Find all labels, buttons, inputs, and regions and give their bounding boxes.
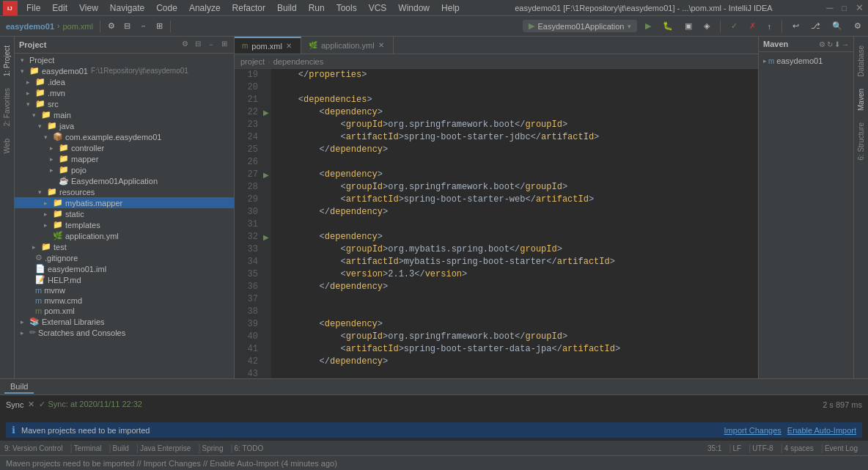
tree-resources[interactable]: ▾ 📁 resources: [15, 186, 234, 197]
yml-tab-close[interactable]: ✕: [378, 41, 384, 49]
menu-view[interactable]: View: [73, 1, 104, 15]
code-content[interactable]: </properties> <dependencies> <dependency…: [271, 69, 758, 378]
git-btn[interactable]: ⎇: [807, 20, 824, 32]
menu-run[interactable]: Run: [303, 1, 331, 15]
tree-java[interactable]: ▾ 📁 java: [15, 120, 234, 131]
tab-maven[interactable]: Maven: [855, 83, 867, 117]
status-todo[interactable]: 6: TODO: [235, 444, 264, 452]
status-terminal[interactable]: Terminal: [74, 444, 102, 452]
tab-project[interactable]: 1: Project: [1, 40, 13, 82]
tree-package[interactable]: ▾ 📦 com.example.easydemo01: [15, 131, 234, 142]
tree-app-class[interactable]: ☕ Easydemo01Application: [15, 175, 234, 186]
menu-refactor[interactable]: Refactor: [227, 1, 271, 15]
maven-sync-btn[interactable]: ↻: [827, 40, 833, 48]
breadcrumb-project[interactable]: project: [240, 57, 265, 66]
expand-btn[interactable]: ⊞: [152, 20, 166, 32]
maven-gear-btn[interactable]: ⚙: [819, 40, 825, 48]
proj-minus-btn[interactable]: －: [205, 39, 217, 51]
vcs-x[interactable]: ✗: [746, 20, 760, 32]
tree-controller[interactable]: ▸ 📁 controller: [15, 142, 234, 153]
tree-static[interactable]: ▸ 📁 static: [15, 208, 234, 219]
minus-btn[interactable]: －: [136, 19, 151, 33]
menu-navigate[interactable]: Navigate: [104, 1, 150, 15]
event-log-btn[interactable]: Event Log: [825, 444, 858, 452]
tree-scratches[interactable]: ▸ ✏ Scratches and Consoles: [15, 327, 234, 338]
tab-web[interactable]: Web: [1, 133, 13, 159]
debug-btn[interactable]: 🐛: [659, 20, 677, 32]
run-config-selector[interactable]: ▶ Easydemo01Application ▾: [523, 20, 636, 32]
undo-btn[interactable]: ↩: [789, 20, 803, 32]
status-encoding[interactable]: UTF-8: [752, 444, 773, 452]
proj-split-btn[interactable]: ⊟: [193, 39, 203, 51]
pom-tab-close[interactable]: ✕: [286, 42, 292, 50]
profile-btn[interactable]: ◈: [700, 20, 713, 32]
menu-tools[interactable]: Tools: [331, 1, 363, 15]
maximize-btn[interactable]: □: [837, 4, 851, 12]
tree-mvnw[interactable]: m mvnw: [15, 285, 234, 295]
tree-test[interactable]: ▸ 📁 test: [15, 241, 234, 252]
tab-pom-xml[interactable]: m pom.xml ✕: [235, 37, 301, 54]
search-btn[interactable]: 🔍: [828, 20, 846, 32]
maven-easydemo01[interactable]: ▸ m easydemo01: [759, 55, 853, 67]
tree-project-dropdown[interactable]: ▾ Project: [15, 55, 234, 65]
line-numbers: 19 20 21 22 23 24 25 26 27 28 29 30 31 3…: [235, 69, 261, 378]
tree-mybatis-mapper[interactable]: ▸ 📁 mybatis.mapper: [15, 197, 234, 208]
menu-window[interactable]: Window: [392, 1, 435, 15]
vcs-push[interactable]: ↑: [764, 21, 776, 32]
gear-btn[interactable]: ⚙: [104, 20, 119, 32]
tree-main[interactable]: ▾ 📁 main: [15, 109, 234, 120]
menu-analyze[interactable]: Analyze: [183, 1, 227, 15]
tree-mvn[interactable]: ▸ 📁 .mvn: [15, 87, 234, 98]
status-build[interactable]: Build: [113, 444, 129, 452]
tab-database[interactable]: Database: [855, 40, 867, 83]
menu-file[interactable]: File: [21, 1, 46, 15]
tree-mapper[interactable]: ▸ 📁 mapper: [15, 153, 234, 164]
minimize-btn[interactable]: ─: [822, 2, 837, 13]
tab-favorites[interactable]: 2: Favorites: [1, 82, 13, 132]
notification-text: Maven projects need to be imported: [21, 426, 718, 435]
menu-build[interactable]: Build: [271, 1, 303, 15]
breadcrumb-dependencies[interactable]: dependencies: [273, 57, 324, 66]
tree-helpmd[interactable]: 📝 HELP.md: [15, 274, 234, 285]
close-btn[interactable]: ✕: [851, 2, 868, 13]
tree-src[interactable]: ▾ 📁 src: [15, 98, 234, 109]
tree-iml[interactable]: 📄 easydemo01.iml: [15, 263, 234, 274]
import-changes-btn[interactable]: Import Changes: [724, 426, 781, 435]
sep-status4: |: [198, 443, 200, 453]
status-line-ending[interactable]: LF: [733, 444, 742, 452]
status-spaces[interactable]: 4 spaces: [784, 444, 814, 452]
status-vcs[interactable]: 9: Version Control: [4, 444, 63, 452]
tree-pojo[interactable]: ▸ 📁 pojo: [15, 164, 234, 175]
split-btn[interactable]: ⊟: [120, 20, 134, 32]
tab-structure[interactable]: 6: Structure: [855, 117, 867, 166]
maven-arrow-btn[interactable]: →: [842, 40, 849, 48]
proj-expand-btn[interactable]: ⊞: [219, 39, 229, 51]
enable-auto-import-btn[interactable]: Enable Auto-Import: [787, 426, 856, 435]
menu-vcs[interactable]: VCS: [363, 1, 393, 15]
tree-easydemo01-root[interactable]: ▾ 📁 easydemo01 F:\1Repository\jt\easydem…: [15, 65, 234, 76]
proj-gear-btn[interactable]: ⚙: [180, 39, 191, 51]
run-btn[interactable]: ▶: [641, 20, 655, 32]
tab-application-yml[interactable]: 🌿 application.yml ✕: [301, 37, 394, 54]
tree-ext-libs[interactable]: ▸ 📚 External Libraries: [15, 316, 234, 327]
status-java-enterprise[interactable]: Java Enterprise: [140, 444, 191, 452]
menu-help[interactable]: Help: [435, 1, 466, 15]
maven-download-btn[interactable]: ⬇: [834, 40, 840, 48]
menu-edit[interactable]: Edit: [46, 1, 73, 15]
sep-status8: |: [781, 443, 783, 453]
menu-code[interactable]: Code: [150, 1, 183, 15]
coverage-btn[interactable]: ▣: [681, 20, 696, 32]
tree-templates[interactable]: ▸ 📁 templates: [15, 219, 234, 230]
settings-btn[interactable]: ⚙: [850, 20, 865, 32]
code-editor[interactable]: 19 20 21 22 23 24 25 26 27 28 29 30 31 3…: [235, 69, 758, 378]
vcs-checkmark[interactable]: ✓: [727, 20, 741, 32]
tree-idea[interactable]: ▸ 📁 .idea: [15, 76, 234, 87]
bottom-tab-build[interactable]: Build: [4, 381, 34, 394]
status-spring[interactable]: Spring: [202, 444, 224, 452]
pom-label[interactable]: pom.xml: [62, 22, 93, 31]
tree-application-yml[interactable]: 🌿 application.yml: [15, 230, 234, 241]
tree-mvnwcmd[interactable]: m mvnw.cmd: [15, 295, 234, 306]
sync-close-btn[interactable]: ✕: [28, 400, 34, 409]
tree-gitignore[interactable]: ⚙ .gitignore: [15, 252, 234, 263]
tree-pomxml[interactable]: m pom.xml: [15, 306, 234, 316]
